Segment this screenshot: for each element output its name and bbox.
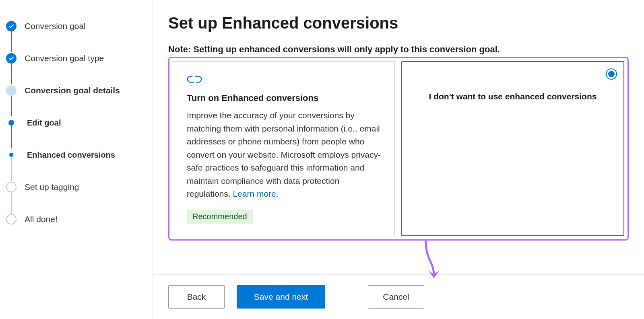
radio-dot-icon [608,71,615,77]
card-title: Turn on Enhanced conversions [187,93,381,103]
step-all-done[interactable]: All done! [6,211,153,227]
main-panel: Set up Enhanced conversions Note: Settin… [153,0,644,319]
stepper-list: Conversion goal Conversion goal type Con… [6,18,153,227]
save-and-next-button[interactable]: Save and next [237,285,325,309]
stepper-connector [11,189,12,214]
substep-edit-goal[interactable]: Edit goal [6,115,153,131]
card-description: Improve the accuracy of your conversions… [187,109,381,201]
footer-actions: Back Save and next Cancel [153,274,644,319]
pending-step-icon [6,182,17,192]
step-label: Conversion goal [25,21,86,31]
substep-dot-icon [8,120,14,126]
page-title: Set up Enhanced conversions [168,14,629,32]
option-cards: Turn on Enhanced conversions Improve the… [173,61,624,236]
app-root: Conversion goal Conversion goal type Con… [0,0,644,319]
main-content: Set up Enhanced conversions Note: Settin… [153,0,644,274]
stepper-connector [11,29,12,52]
current-step-icon [6,85,17,96]
card-description-text: Improve the accuracy of your conversions… [187,111,381,198]
annotation-highlight-box: Turn on Enhanced conversions Improve the… [168,57,629,241]
step-label: Edit goal [27,118,61,128]
page-note: Note: Setting up enhanced conversions wi… [168,44,629,55]
step-label: Conversion goal type [25,54,104,63]
stepper-sidebar: Conversion goal Conversion goal type Con… [0,0,153,319]
check-icon [6,53,17,64]
substep-enhanced-conversions[interactable]: Enhanced conversions [6,147,153,163]
back-button[interactable]: Back [168,285,225,309]
stepper-connector [11,124,12,148]
step-label: Enhanced conversions [27,150,115,160]
cancel-button[interactable]: Cancel [368,285,424,309]
stepper-connector [11,61,12,84]
radio-selected-icon[interactable] [606,68,617,80]
card-opt-out-enhanced[interactable]: I don't want to use enhanced conversions [401,61,624,236]
stepper-connector [11,157,12,181]
learn-more-link[interactable]: Learn more [233,189,276,198]
step-conversion-goal-type[interactable]: Conversion goal type [6,50,153,66]
step-conversion-goal[interactable]: Conversion goal [6,18,153,34]
stepper-connector [11,93,12,116]
step-label: All done! [25,214,58,224]
step-label: Set up tagging [25,182,79,192]
pending-step-icon [6,214,17,224]
card-title: I don't want to use enhanced conversions [416,92,610,101]
step-label: Conversion goal details [25,86,120,95]
step-conversion-goal-details[interactable]: Conversion goal details [6,82,153,99]
period: . [276,189,279,198]
card-turn-on-enhanced[interactable]: Turn on Enhanced conversions Improve the… [173,61,395,236]
recommended-badge: Recommended [187,210,253,224]
link-icon [187,74,381,86]
step-set-up-tagging[interactable]: Set up tagging [6,179,153,195]
substep-dot-icon [9,153,13,157]
check-icon [6,21,17,31]
